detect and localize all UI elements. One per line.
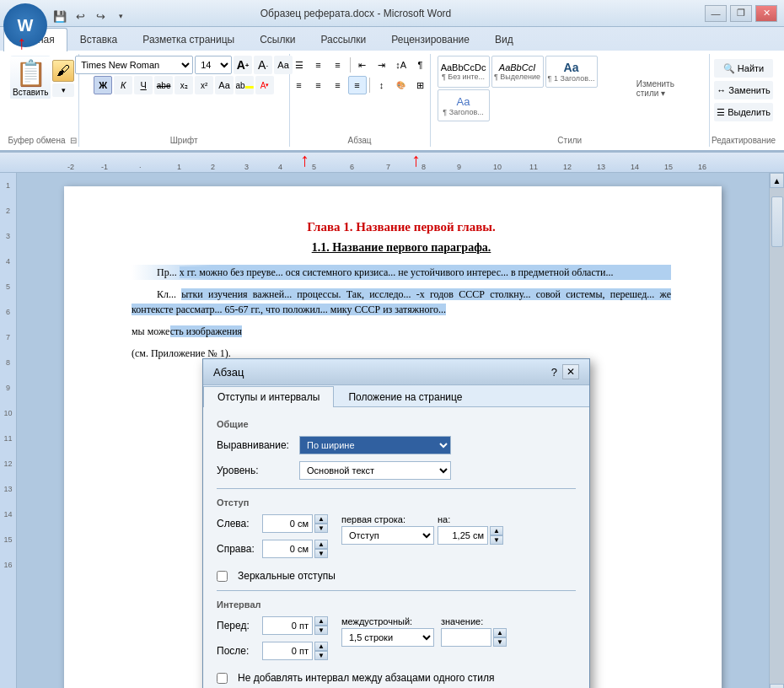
- justify-button[interactable]: ≡: [348, 76, 367, 94]
- first-line-select[interactable]: Отступ: [341, 526, 434, 545]
- line-spacing-button[interactable]: ↕: [373, 76, 391, 94]
- first-line-up[interactable]: ▲: [490, 526, 503, 535]
- increase-font-button[interactable]: A+: [234, 56, 252, 74]
- mirror-indent-checkbox[interactable]: [217, 571, 228, 582]
- decrease-indent-button[interactable]: ⇤: [353, 56, 372, 74]
- restore-button[interactable]: ❐: [730, 5, 752, 22]
- quick-access-dropdown[interactable]: ▾: [111, 7, 130, 25]
- font-size-select[interactable]: 14: [195, 56, 232, 74]
- left-margin: 1 2 3 4 5 6 7 8 9 10 11 12 13 14 15 16: [0, 173, 17, 688]
- scroll-up-button[interactable]: ▲: [770, 173, 784, 188]
- line-value-up[interactable]: ▲: [493, 628, 507, 637]
- indent-left-up[interactable]: ▲: [314, 514, 328, 524]
- dialog-help-icon[interactable]: ?: [551, 366, 557, 379]
- indent-right-down[interactable]: ▼: [314, 549, 328, 558]
- decrease-font-button[interactable]: A-: [254, 56, 272, 74]
- sort-button[interactable]: ↕A: [392, 56, 411, 74]
- underline-button[interactable]: Ч: [134, 76, 153, 94]
- tab-view[interactable]: Вид: [482, 28, 526, 51]
- line-type-select[interactable]: 1,5 строки: [341, 628, 434, 647]
- first-line-down[interactable]: ▼: [490, 535, 503, 545]
- align-center-button[interactable]: ≡: [309, 76, 328, 94]
- align-right-button[interactable]: ≡: [329, 76, 347, 94]
- scroll-thumb[interactable]: [771, 196, 783, 247]
- multilevel-button[interactable]: ≡: [329, 56, 347, 74]
- scroll-down-button[interactable]: ▼: [770, 684, 784, 688]
- style-highlight[interactable]: AaBbCcI ¶ Выделение: [491, 56, 544, 88]
- interval-before-input[interactable]: [262, 616, 313, 635]
- indent-right-up[interactable]: ▲: [314, 540, 328, 549]
- tab-insert[interactable]: Вставка: [67, 28, 131, 51]
- interval-after-down[interactable]: ▼: [314, 651, 328, 660]
- level-select[interactable]: Основной текст: [299, 461, 451, 480]
- subscript-button[interactable]: x₂: [175, 76, 193, 94]
- tab-mailings[interactable]: Рассылки: [308, 28, 379, 51]
- ruler-mark-0: ·: [139, 163, 142, 171]
- dialog-tabs: Отступы и интервалы Положение на страниц…: [203, 385, 589, 407]
- first-line-value-input[interactable]: [438, 526, 488, 545]
- indent-left-input[interactable]: [262, 514, 313, 533]
- line-value-down[interactable]: ▼: [493, 637, 507, 647]
- shading-button[interactable]: 🎨: [392, 76, 411, 94]
- indent-right-input[interactable]: [262, 540, 313, 558]
- close-button[interactable]: ✕: [755, 5, 777, 22]
- show-formatting-button[interactable]: ¶: [411, 56, 430, 74]
- undo-button[interactable]: ↩: [71, 7, 89, 25]
- styles-group-content: AaBbCcDс ¶ Без инте... AaBbCcI ¶ Выделен…: [438, 56, 702, 145]
- replace-button[interactable]: ↔ Заменить: [714, 81, 773, 99]
- numbering-button[interactable]: ≡: [309, 56, 328, 74]
- format-painter-icon: 🖌: [56, 63, 70, 78]
- strikethrough-button[interactable]: abe: [154, 76, 173, 94]
- tab-review[interactable]: Рецензирование: [379, 28, 482, 51]
- margin-num-2: 2: [6, 207, 10, 232]
- indent-left-down[interactable]: ▼: [314, 524, 328, 533]
- indent-right-row: Справа: ▲ ▼: [217, 540, 328, 558]
- paste-label: Вставить: [13, 88, 48, 97]
- dialog-tab-page-position[interactable]: Положение на странице: [334, 386, 476, 407]
- dialog-tab-indent-interval[interactable]: Отступы и интервалы: [203, 386, 334, 407]
- find-button[interactable]: 🔍 Найти: [714, 59, 773, 78]
- interval-after-input[interactable]: [262, 642, 313, 660]
- clipboard-dropdown-button[interactable]: ▾: [52, 83, 74, 97]
- line-spacing-container: междустрочный: 1,5 строки значение:: [341, 616, 507, 647]
- font-name-select[interactable]: Times New Roman: [75, 56, 193, 74]
- paste-button[interactable]: 📋 Вставить: [10, 56, 51, 99]
- select-button[interactable]: ☰ Выделить: [714, 103, 773, 121]
- style-no-spacing[interactable]: AaBbCcDс ¶ Без инте...: [438, 56, 490, 88]
- interval-after-up[interactable]: ▲: [314, 642, 328, 651]
- interval-before-up[interactable]: ▲: [314, 616, 328, 626]
- paste-icon: 📋: [15, 58, 46, 88]
- tab-references[interactable]: Ссылки: [247, 28, 308, 51]
- increase-indent-button[interactable]: ⇥: [373, 56, 391, 74]
- borders-button[interactable]: ⊞: [411, 76, 430, 94]
- interval-before-down[interactable]: ▼: [314, 626, 328, 635]
- bold-button[interactable]: Ж: [94, 76, 112, 94]
- change-styles-button[interactable]: Изменить стили ▾: [632, 73, 702, 105]
- style-heading2[interactable]: Аа ¶ Заголов...: [438, 89, 490, 121]
- dialog-close-button[interactable]: ✕: [562, 364, 579, 379]
- line-value-input[interactable]: [441, 628, 491, 647]
- margin-num-11: 11: [3, 434, 12, 460]
- no-add-interval-checkbox[interactable]: [217, 673, 228, 684]
- bullets-button[interactable]: ☰: [290, 56, 309, 74]
- format-painter-button[interactable]: 🖌: [52, 60, 74, 82]
- highlight-color-button[interactable]: ab▬: [235, 76, 254, 94]
- redo-button[interactable]: ↪: [91, 7, 110, 25]
- text-effects-button[interactable]: Аа: [215, 76, 234, 94]
- save-button[interactable]: 💾: [51, 7, 69, 25]
- line-value-spinner: ▲ ▼: [493, 628, 507, 647]
- superscript-button[interactable]: x²: [195, 76, 213, 94]
- font-color-button[interactable]: А▾: [255, 76, 274, 94]
- ruler-mark-3: 3: [244, 163, 249, 171]
- indent-left-row: Слева: ▲ ▼: [217, 514, 328, 533]
- line-value-label: значение:: [441, 616, 507, 626]
- style-heading1[interactable]: Аа ¶ 1 Заголов...: [545, 56, 598, 88]
- alignment-select[interactable]: По ширине: [299, 436, 451, 454]
- minimize-button[interactable]: —: [705, 5, 727, 22]
- italic-button[interactable]: К: [114, 76, 132, 94]
- tab-page-layout[interactable]: Разметка страницы: [130, 28, 247, 51]
- first-line-label: первая строка:: [341, 514, 434, 524]
- interval-before-row: Перед: ▲ ▼: [217, 616, 328, 635]
- align-left-button[interactable]: ≡: [290, 76, 309, 94]
- scroll-track[interactable]: [770, 188, 784, 684]
